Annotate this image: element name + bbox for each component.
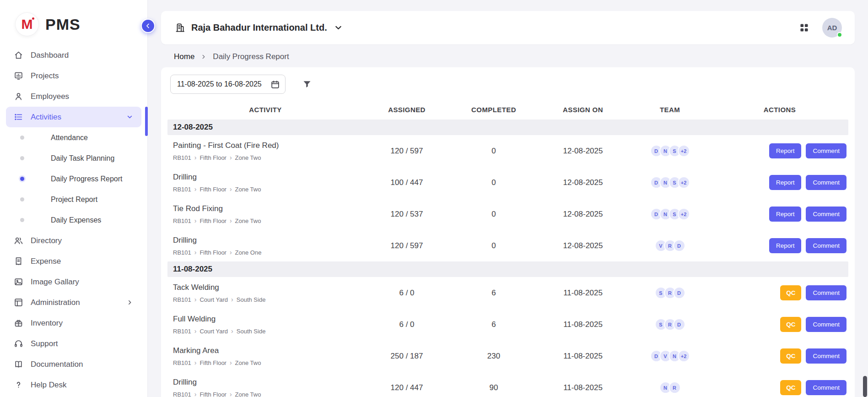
chevron-down-icon <box>126 113 134 121</box>
company-name: Raja Bahadur International Ltd. <box>191 22 327 33</box>
location-segment: RB101 <box>173 359 191 366</box>
assign-on-date: 11-08-2025 <box>537 352 629 361</box>
qc-button[interactable]: QC <box>780 348 801 364</box>
sidebar-item-daily-progress-report[interactable]: Daily Progress Report <box>0 169 147 189</box>
assign-on-date: 11-08-2025 <box>537 320 629 329</box>
activity-name: Tie Rod Fixing <box>173 204 363 213</box>
qc-button[interactable]: QC <box>780 317 801 332</box>
activity-cell: Tie Rod FixingRB101›Fifth Floor›Zone Two <box>167 204 363 224</box>
activity-location: RB101›Fifth Floor›Zone Two <box>173 391 363 397</box>
report-button[interactable]: Report <box>769 143 802 158</box>
sidebar: M PMS DashboardProjectsEmployeesActiviti… <box>0 0 148 397</box>
location-segment: Zone Two <box>235 186 261 193</box>
location-segment: RB101 <box>173 391 191 397</box>
activity-location: RB101›Fifth Floor›Zone Two <box>173 154 363 161</box>
sidebar-item-label: Dashboard <box>31 51 69 60</box>
team-avatar: +2 <box>678 145 690 157</box>
comment-button[interactable]: Comment <box>806 207 846 222</box>
sidebar-item-label: Documentation <box>31 360 83 369</box>
sidebar-item-support[interactable]: Support <box>6 333 141 354</box>
comment-button[interactable]: Comment <box>806 348 846 364</box>
sidebar-item-employees[interactable]: Employees <box>6 86 141 107</box>
activity-cell: Full WeldingRB101›Court Yard›South Side <box>167 315 363 335</box>
row-actions: QCComment <box>711 317 848 332</box>
row-actions: QCComment <box>711 380 848 395</box>
topbar-right: AD <box>799 18 842 38</box>
directory-icon <box>14 236 23 245</box>
comment-button[interactable]: Comment <box>806 143 846 158</box>
sidebar-item-expense[interactable]: Expense <box>6 251 141 272</box>
gallery-icon <box>14 277 23 287</box>
assigned-value: 6 / 0 <box>363 320 450 329</box>
bullet-icon <box>20 177 24 181</box>
assign-on-date: 11-08-2025 <box>537 288 629 298</box>
report-button[interactable]: Report <box>769 207 802 222</box>
row-actions: QCComment <box>711 285 848 300</box>
sidebar-item-attendance[interactable]: Attendance <box>0 127 147 148</box>
sidebar-item-inventory[interactable]: Inventory <box>6 313 141 333</box>
table-row: Tie Rod FixingRB101›Fifth Floor›Zone Two… <box>167 198 848 230</box>
activity-cell: DrillingRB101›Fifth Floor›Zone Two <box>167 173 363 193</box>
sidebar-item-administration[interactable]: Administration <box>6 292 141 313</box>
comment-button[interactable]: Comment <box>806 380 846 395</box>
sidebar-item-label: Administration <box>31 298 80 307</box>
assigned-value: 250 / 187 <box>363 352 450 361</box>
sidebar-item-project-report[interactable]: Project Report <box>0 189 147 210</box>
comment-button[interactable]: Comment <box>806 175 846 190</box>
filter-icon[interactable] <box>302 79 312 89</box>
content-card: 11-08-2025 to 16-08-2025 ACTIVITY ASSIGN… <box>161 67 855 397</box>
sidebar-item-activities[interactable]: Activities <box>6 107 141 127</box>
projects-icon <box>14 71 23 81</box>
location-segment: South Side <box>237 296 266 303</box>
sidebar-item-directory[interactable]: Directory <box>6 230 141 251</box>
sidebar-item-label: Project Report <box>51 196 97 204</box>
comment-button[interactable]: Comment <box>806 317 846 332</box>
sidebar-item-daily-task-planning[interactable]: Daily Task Planning <box>0 148 147 169</box>
date-range-value: 11-08-2025 to 16-08-2025 <box>177 80 262 88</box>
report-button[interactable]: Report <box>769 238 802 253</box>
comment-button[interactable]: Comment <box>806 285 846 300</box>
dashboard-icon <box>14 50 23 60</box>
sidebar-item-dashboard[interactable]: Dashboard <box>6 45 141 65</box>
date-range-input[interactable]: 11-08-2025 to 16-08-2025 <box>170 75 286 94</box>
assigned-value: 120 / 597 <box>363 147 450 156</box>
avatar[interactable]: AD <box>822 18 842 38</box>
comment-button[interactable]: Comment <box>806 238 846 253</box>
chevron-right-icon: › <box>194 359 197 366</box>
sidebar-collapse-button[interactable] <box>141 19 155 33</box>
activity-name: Full Welding <box>173 315 363 324</box>
breadcrumb-home[interactable]: Home <box>174 52 194 61</box>
sidebar-item-projects[interactable]: Projects <box>6 65 141 86</box>
breadcrumb-current: Daily Progress Report <box>213 52 289 61</box>
location-segment: Court Yard <box>199 296 228 303</box>
location-segment: RB101 <box>173 154 191 161</box>
sidebar-item-documentation[interactable]: Documentation <box>6 354 141 375</box>
activity-name: Marking Area <box>173 346 363 355</box>
bullet-icon <box>20 197 24 201</box>
location-segment: RB101 <box>173 249 191 256</box>
completed-value: 90 <box>450 383 537 392</box>
sidebar-nav: DashboardProjectsEmployeesActivitiesAtte… <box>0 43 147 395</box>
building-icon <box>175 22 185 33</box>
assigned-value: 6 / 0 <box>363 288 450 298</box>
expense-icon <box>14 256 23 266</box>
report-button[interactable]: Report <box>769 175 802 190</box>
sidebar-item-image-gallary[interactable]: Image Gallary <box>6 272 141 292</box>
avatar-initials: AD <box>827 24 837 32</box>
activities-icon <box>14 112 23 122</box>
qc-button[interactable]: QC <box>780 285 801 300</box>
location-segment: Zone Two <box>235 359 261 366</box>
activity-name: Drilling <box>173 378 363 387</box>
date-group-header: 11-08-2025 <box>167 261 848 277</box>
company-selector[interactable]: Raja Bahadur International Ltd. <box>175 22 344 33</box>
qc-button[interactable]: QC <box>780 380 801 395</box>
location-segment: Zone Two <box>235 218 261 224</box>
activity-cell: Tack WeldingRB101›Court Yard›South Side <box>167 283 363 303</box>
bullet-icon <box>20 156 24 160</box>
apps-grid-icon[interactable] <box>799 22 809 33</box>
scrollbar-thumb[interactable] <box>863 376 867 397</box>
team-avatar: +2 <box>678 208 690 220</box>
sidebar-item-help-desk[interactable]: Help Desk <box>6 375 141 395</box>
location-segment: Zone Two <box>235 391 261 397</box>
sidebar-item-daily-expenses[interactable]: Daily Expenses <box>0 210 147 230</box>
